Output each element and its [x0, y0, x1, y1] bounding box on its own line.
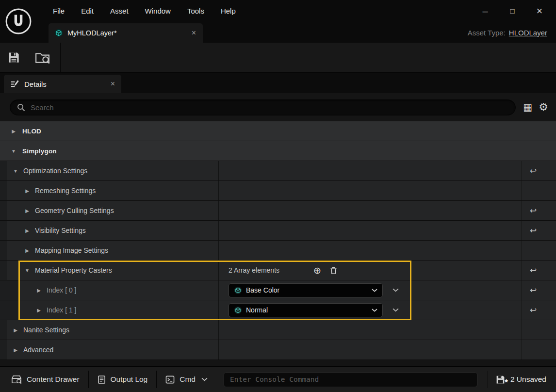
property-row-optimization-settings[interactable]: ▼ Optimization Settings ↩ [0, 161, 556, 181]
dropdown-selected-value: Normal [246, 306, 368, 314]
details-tab-close-icon[interactable]: × [111, 80, 115, 88]
material-property-dropdown[interactable]: Normal [229, 303, 383, 317]
statusbar-separator [156, 371, 157, 388]
chevron-down-icon[interactable] [201, 377, 208, 381]
console-command-field[interactable] [224, 372, 477, 387]
menu-asset[interactable]: Asset [102, 0, 137, 22]
collapsed-arrow-icon[interactable]: ▶ [13, 327, 18, 333]
collapsed-arrow-icon[interactable]: ▶ [36, 288, 42, 293]
unreal-editor-window: File Edit Asset Window Tools Help – □ × … [0, 0, 556, 392]
output-log-button[interactable]: Output Log [90, 367, 155, 392]
property-row-material-property-casters[interactable]: ▼ Material Property Casters 2 Array elem… [0, 261, 556, 280]
delete-array-elements-icon[interactable] [330, 266, 337, 275]
content-drawer-icon [11, 375, 22, 384]
cmd-console-icon [165, 376, 175, 384]
search-box[interactable] [10, 99, 516, 115]
unsaved-changes-indicator[interactable]: * 2 Unsaved [490, 375, 552, 385]
value-cell [219, 181, 522, 200]
menu-tools[interactable]: Tools [179, 0, 213, 22]
name-cell: ▼ Optimization Settings [0, 161, 219, 180]
tab-close-icon[interactable]: × [192, 29, 196, 37]
dropdown-selected-value: Base Color [246, 286, 368, 294]
content-drawer-button[interactable]: Content Drawer [4, 367, 87, 392]
reset-to-default-icon[interactable]: ↩ [530, 227, 537, 235]
reset-to-default-icon[interactable]: ↩ [530, 286, 537, 294]
collapsed-arrow-icon[interactable]: ▶ [24, 208, 30, 213]
details-tab-label: Details [24, 80, 106, 88]
expanded-arrow-icon[interactable]: ▼ [13, 168, 18, 174]
save-button[interactable] [0, 43, 28, 72]
toolbar-separator [60, 42, 61, 72]
material-property-dropdown[interactable]: Base Color [229, 283, 383, 297]
name-cell: ▶ Visibility Settings [0, 221, 219, 240]
asset-type-link[interactable]: HLODLayer [509, 29, 547, 37]
details-property-tree: ▶ HLOD ▼ Simplygon ▼ Optimization Settin… [0, 121, 556, 360]
indent-gutter [0, 201, 7, 220]
value-cell [219, 241, 522, 260]
collapsed-arrow-icon[interactable]: ▶ [24, 248, 30, 253]
property-row-mapping-image-settings[interactable]: ▶ Mapping Image Settings [0, 241, 556, 261]
property-label: Remeshing Settings [35, 187, 96, 195]
asset-tab-label: MyHLODLayer* [67, 29, 187, 37]
property-row-index-1[interactable]: ▶ Index [ 1 ] Normal [0, 300, 556, 320]
property-row-visibility-settings[interactable]: ▶ Visibility Settings ↩ [0, 221, 556, 241]
content-drawer-label: Content Drawer [27, 375, 80, 384]
display-filter-grid-icon[interactable]: ▦ [523, 102, 532, 112]
name-cell: ▶ Geometry Culling Settings [0, 201, 219, 220]
reset-to-default-icon[interactable]: ↩ [530, 266, 537, 275]
property-row-geometry-culling-settings[interactable]: ▶ Geometry Culling Settings ↩ [0, 201, 556, 221]
reset-to-default-icon[interactable]: ↩ [530, 207, 537, 215]
name-cell: ▶ Index [ 0 ] [0, 280, 219, 300]
property-row-advanced[interactable]: ▶ Advanced [0, 340, 556, 360]
close-button[interactable]: × [526, 0, 553, 22]
reset-cell [522, 181, 556, 200]
menu-window[interactable]: Window [137, 0, 179, 22]
collapsed-arrow-icon[interactable]: ▶ [36, 308, 42, 313]
reset-to-default-icon[interactable]: ↩ [530, 306, 537, 314]
expanded-arrow-icon[interactable]: ▼ [24, 268, 30, 273]
collapsed-arrow-icon[interactable]: ▶ [24, 228, 30, 233]
expanded-arrow-icon[interactable]: ▼ [11, 148, 16, 154]
collapsed-arrow-icon[interactable]: ▶ [11, 129, 16, 134]
highlighted-section: ▼ Material Property Casters 2 Array elem… [0, 261, 556, 320]
property-row-index-0[interactable]: ▶ Index [ 0 ] Base Color [0, 280, 556, 300]
add-array-element-icon[interactable]: ⊕ [313, 266, 321, 275]
property-label: Visibility Settings [35, 227, 86, 234]
name-cell: ▼ Material Property Casters [0, 261, 219, 280]
menu-edit[interactable]: Edit [73, 0, 102, 22]
cmd-console-button[interactable]: Cmd [158, 367, 215, 392]
element-options-chevron-icon[interactable] [392, 308, 399, 312]
status-bar: Content Drawer Output Log Cmd [0, 366, 556, 392]
maximize-button[interactable]: □ [499, 0, 526, 22]
reset-cell [522, 320, 556, 340]
value-cell [219, 201, 522, 220]
value-cell: Base Color [219, 280, 522, 300]
array-elements-count: 2 Array elements [229, 266, 279, 274]
output-log-icon [98, 375, 106, 384]
settings-gear-icon[interactable]: ⚙ [539, 102, 548, 113]
tab-myhlodlayer[interactable]: MyHLODLayer* × [49, 23, 203, 43]
save-icon [7, 51, 20, 64]
reset-cell: ↩ [522, 201, 556, 220]
statusbar-separator [488, 371, 488, 388]
menu-file[interactable]: File [45, 0, 73, 22]
browse-to-asset-button[interactable] [28, 43, 57, 72]
category-row-hlod[interactable]: ▶ HLOD [0, 121, 556, 141]
search-input[interactable] [31, 103, 508, 112]
reset-to-default-icon[interactable]: ↩ [530, 167, 537, 175]
minimize-button[interactable]: – [472, 0, 499, 22]
indent-gutter [0, 300, 18, 320]
indent-gutter [0, 161, 7, 180]
property-row-remeshing-settings[interactable]: ▶ Remeshing Settings [0, 181, 556, 201]
collapsed-arrow-icon[interactable]: ▶ [24, 188, 30, 194]
menu-help[interactable]: Help [213, 0, 244, 22]
element-options-chevron-icon[interactable] [392, 288, 399, 292]
search-icon [17, 103, 25, 112]
tab-details[interactable]: Details × [4, 75, 121, 93]
property-row-nanite-settings[interactable]: ▶ Nanite Settings [0, 320, 556, 340]
console-command-input[interactable] [230, 376, 471, 383]
category-row-simplygon[interactable]: ▼ Simplygon [0, 141, 556, 161]
details-search-row: ▦ ⚙ [0, 93, 556, 121]
collapsed-arrow-icon[interactable]: ▶ [13, 347, 18, 353]
reset-cell [522, 340, 556, 359]
